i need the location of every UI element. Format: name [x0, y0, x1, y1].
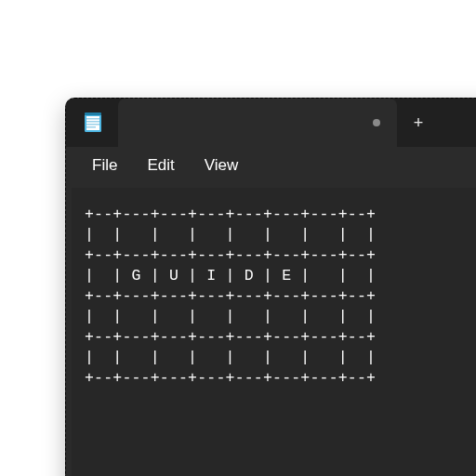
notepad-icon [83, 112, 103, 133]
svg-rect-5 [86, 126, 96, 128]
editor-content: +--+---+---+---+---+---+---+--+ | | | | … [85, 205, 476, 389]
document-tab[interactable] [118, 99, 397, 147]
plus-icon: + [414, 113, 424, 133]
menu-file[interactable]: File [77, 151, 132, 180]
new-tab-button[interactable]: + [397, 99, 440, 147]
menubar: File Edit View [66, 147, 476, 184]
svg-rect-2 [86, 118, 99, 120]
svg-rect-3 [86, 121, 99, 123]
svg-rect-4 [86, 124, 99, 126]
svg-rect-6 [85, 112, 101, 115]
menu-edit[interactable]: Edit [132, 151, 189, 180]
menu-view[interactable]: View [190, 151, 254, 180]
unsaved-indicator-icon [373, 119, 380, 126]
app-window: + File Edit View +--+---+---+---+---+---… [65, 98, 476, 476]
text-editor[interactable]: +--+---+---+---+---+---+---+--+ | | | | … [72, 188, 476, 476]
titlebar: + [66, 99, 476, 147]
